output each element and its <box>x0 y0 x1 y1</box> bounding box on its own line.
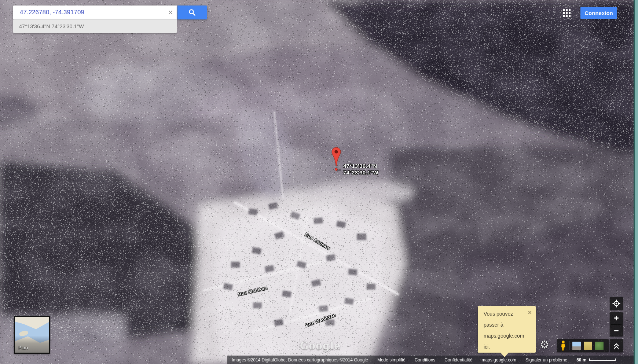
photos-layer-thumbnail[interactable] <box>572 342 581 350</box>
search-icon <box>188 8 196 16</box>
scale-control: 50 m <box>576 357 615 363</box>
search-suggestion[interactable]: 47°13'36.4"N 74°23'30.1"W <box>13 19 177 33</box>
popup-pointer <box>500 353 509 357</box>
attribution-bar: Images ©2014 DigitalGlobe, Données carto… <box>227 356 638 364</box>
google-watermark-logo: Google <box>300 340 341 352</box>
search-input[interactable] <box>19 8 164 16</box>
apps-grid-icon[interactable] <box>563 9 571 17</box>
signin-button[interactable]: Connexion <box>580 7 617 19</box>
search-box: × <box>13 5 177 19</box>
pin-coordinates-label: 47°13'36.4"N 74°23'30.1"W <box>343 163 378 176</box>
pegman-icon[interactable] <box>560 341 566 351</box>
double-chevron-up-icon <box>612 342 620 350</box>
minimap-label: Plan <box>18 345 28 350</box>
earth-layer-thumbnail[interactable] <box>595 342 604 350</box>
zoom-out-button[interactable]: − <box>610 325 623 337</box>
map-copyright: Images ©2014 DigitalGlobe, Données carto… <box>232 357 368 363</box>
conditions-link[interactable]: Conditions <box>415 357 436 363</box>
mode-simplifie-link[interactable]: Mode simplifié <box>377 357 406 363</box>
search-button[interactable] <box>177 5 207 19</box>
terrain-layer-thumbnail[interactable] <box>584 342 592 350</box>
clear-search-icon[interactable]: × <box>164 5 177 19</box>
pin-longitude: 74°23'30.1"W <box>343 169 378 176</box>
popup-text-line: maps.google.com <box>484 333 531 339</box>
satellite-map-canvas[interactable] <box>0 0 638 364</box>
minimap-toggle[interactable]: Plan <box>14 316 50 354</box>
notification-popup: × Vous pouvez passer à maps.google.com i… <box>478 306 536 353</box>
my-location-icon <box>612 299 620 308</box>
panel-divider <box>569 341 569 350</box>
report-problem-link[interactable]: Signaler un problème <box>525 357 567 363</box>
popup-text-line: ici. <box>484 344 531 350</box>
my-location-button[interactable] <box>610 297 623 310</box>
zoom-controls: + − <box>610 312 623 337</box>
zoom-in-button[interactable]: + <box>610 312 623 324</box>
popup-text-line: passer à <box>484 322 531 328</box>
imagery-panel <box>557 339 609 352</box>
map-pin[interactable] <box>331 147 341 172</box>
pin-latitude: 47°13'36.4"N <box>343 163 378 169</box>
google-maps-app: Rue Amiskw Rue Mahikan Rue Wapistan Goog… <box>0 0 638 364</box>
popup-text-line: Vous pouvez <box>484 311 531 317</box>
scale-value: 50 m <box>576 357 586 363</box>
scale-bar <box>589 359 616 361</box>
close-icon[interactable]: × <box>528 309 532 316</box>
edge-strip <box>634 0 638 364</box>
maps-google-com-link[interactable]: maps.google.com <box>481 357 516 363</box>
confidentialite-link[interactable]: Confidentialité <box>444 357 472 363</box>
settings-gear-icon[interactable]: ⚙ <box>540 339 549 350</box>
expand-imagery-button[interactable] <box>610 339 623 352</box>
